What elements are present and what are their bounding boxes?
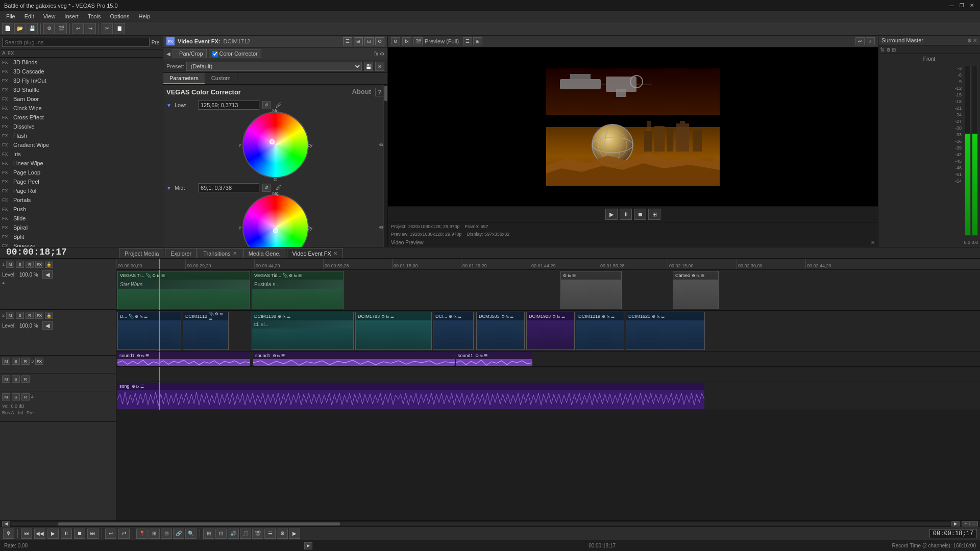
list-item[interactable]: FXPage Peel xyxy=(0,177,163,186)
video-clip-11[interactable]: DCIM1923 ⚙ fx ☰ xyxy=(526,312,575,350)
list-item[interactable]: FXSpiral xyxy=(0,223,163,232)
tr-btn-8[interactable]: ▶ xyxy=(289,529,300,539)
preview-play-button[interactable]: ▶ xyxy=(605,209,618,220)
low-toggle[interactable]: ▼ xyxy=(166,103,172,108)
song-arm[interactable]: R xyxy=(21,393,30,400)
video-clip-6[interactable]: DCIM1112 📎 ⚙ fx ☰ xyxy=(183,312,229,350)
list-item[interactable]: FXLinear Wipe xyxy=(0,159,163,168)
audio-1-mute[interactable]: M xyxy=(2,358,10,365)
list-item[interactable]: FXSplit xyxy=(0,232,163,241)
nav-back-arrow[interactable]: ◀ xyxy=(166,51,170,57)
track-2-fx[interactable]: FX xyxy=(35,312,43,319)
view-large-button[interactable]: ⊡ xyxy=(364,37,374,45)
tab-transitions-close[interactable]: ✕ xyxy=(233,251,237,256)
settings-icon[interactable]: ⚙ xyxy=(380,51,384,57)
menu-insert[interactable]: Insert xyxy=(60,12,83,20)
preview-loop-ctrl-button[interactable]: ⊞ xyxy=(648,209,660,220)
video-clip-12[interactable]: DCIM1219 ⚙ fx ☰ xyxy=(576,312,624,350)
audio-1-arm[interactable]: R xyxy=(21,358,30,365)
track-2-mute[interactable]: M xyxy=(6,312,14,319)
tab-media-gen[interactable]: Media Gene. xyxy=(243,248,286,258)
undo-button[interactable]: ↩ xyxy=(72,23,84,34)
video-clip-7[interactable]: DCIM1138 ⚙ fx ☰ Cl. Bl... xyxy=(252,312,354,350)
preset-save-button[interactable]: 💾 xyxy=(364,62,373,71)
audio-clip-1[interactable]: sound1 ⚙ fx ☰ xyxy=(117,352,250,366)
video-preview-close[interactable]: ✕ xyxy=(871,240,875,245)
track-2-level-btn[interactable]: ◀ xyxy=(42,321,53,330)
surround-settings[interactable]: ⚙ xyxy=(967,38,972,43)
fx-settings-button[interactable]: ⚙ xyxy=(375,37,384,45)
render-button[interactable]: 🎬 xyxy=(56,23,67,34)
copy-button[interactable]: 📋 xyxy=(114,23,125,34)
list-item[interactable]: FX3D Cascade xyxy=(0,67,163,76)
low-color-wheel[interactable] xyxy=(242,112,309,178)
zoom-in-button[interactable]: + xyxy=(962,521,970,527)
audio-1-fx[interactable]: FX xyxy=(35,358,43,365)
song-solo[interactable]: S xyxy=(12,393,20,400)
menu-help[interactable]: Help xyxy=(134,12,154,20)
tr-btn-5[interactable]: 🎬 xyxy=(252,529,263,539)
preview-view-1[interactable]: ☰ xyxy=(463,37,472,45)
color-corrector-item[interactable]: Color Corrector xyxy=(209,49,261,58)
tab-video-event-fx[interactable]: Video Event FX ✕ xyxy=(287,248,343,258)
save-button[interactable]: 💾 xyxy=(27,23,38,34)
preview-render-button[interactable]: 🎬 xyxy=(413,37,423,45)
mid-toggle[interactable]: ▼ xyxy=(166,185,172,191)
list-item[interactable]: FXClock Wipe xyxy=(0,104,163,113)
track-1-fx[interactable]: FX xyxy=(35,261,43,268)
scroll-right-button[interactable]: ▶ xyxy=(951,521,960,527)
video-clip-10[interactable]: DCM3583 ⚙ fx ☰ xyxy=(476,312,525,350)
menu-view[interactable]: View xyxy=(39,12,60,20)
tr-btn-4[interactable]: 🎵 xyxy=(240,529,251,539)
list-item[interactable]: FXGradient Wipe xyxy=(0,140,163,149)
video-clip-4[interactable]: Cameo ⚙ fx ☰ xyxy=(673,271,719,309)
video-clip-5[interactable]: D... 📎 ⚙ fx ☰ xyxy=(117,312,181,350)
loop-button[interactable]: ↩ xyxy=(105,529,116,539)
redo-button[interactable]: ↪ xyxy=(85,23,96,34)
list-item[interactable]: FXSlide xyxy=(0,214,163,223)
list-item[interactable]: FXPage Roll xyxy=(0,186,163,195)
go-end-button[interactable]: ⏭ xyxy=(87,529,99,539)
track-1-mute[interactable]: M xyxy=(6,261,14,268)
preset-close-button[interactable]: ✕ xyxy=(375,62,384,71)
low-reset-button[interactable]: ↺ xyxy=(262,101,271,109)
tr-btn-6[interactable]: ☰ xyxy=(264,529,276,539)
playhead[interactable] xyxy=(159,259,160,269)
tr-btn-1[interactable]: ⊞ xyxy=(203,529,214,539)
preview-fx-button[interactable]: fx xyxy=(402,37,411,45)
video-clip-3[interactable]: ⚙ fx ☰ xyxy=(560,271,622,309)
list-item[interactable]: FXDissolve xyxy=(0,122,163,131)
song-clip[interactable]: song ⚙ fx ☰ xyxy=(117,383,704,409)
preview-pause-button[interactable]: ⏸ xyxy=(620,209,632,220)
surround-close[interactable]: ✕ xyxy=(973,38,977,43)
play-back-button[interactable]: ◀◀ xyxy=(34,529,45,539)
tr-btn-7[interactable]: ⚙ xyxy=(277,529,288,539)
go-start-button[interactable]: ⏮ xyxy=(21,529,32,539)
list-item[interactable]: FXIris xyxy=(0,149,163,159)
tr-btn-2[interactable]: ⊡ xyxy=(215,529,227,539)
menu-edit[interactable]: Edit xyxy=(20,12,38,20)
pause-button[interactable]: ⏸ xyxy=(61,529,72,539)
list-item[interactable]: FXBarn Door xyxy=(0,94,163,104)
track-1-arm[interactable]: R xyxy=(26,261,34,268)
scroll-track[interactable] xyxy=(11,522,950,525)
mid-wheel-cursor[interactable] xyxy=(273,228,278,233)
list-item[interactable]: FXCross Effect xyxy=(0,113,163,122)
magnify-button[interactable]: 🔍 xyxy=(185,529,197,539)
play-button[interactable]: ▶ xyxy=(47,529,59,539)
preset-select[interactable]: (Default) xyxy=(186,62,362,71)
list-item[interactable]: FXPush xyxy=(0,205,163,214)
scroll-left-button[interactable]: ◀ xyxy=(2,521,10,527)
restore-button[interactable]: ❐ xyxy=(958,2,966,10)
loop2-button[interactable]: ⇄ xyxy=(118,529,130,539)
minimize-button[interactable]: — xyxy=(947,2,955,10)
preview-audio-button[interactable]: ♪ xyxy=(866,37,875,45)
video-clip-13[interactable]: DCIM1621 ⚙ fx ☰ xyxy=(626,312,705,350)
audio-2-mute[interactable]: M xyxy=(2,375,10,383)
tab-custom[interactable]: Custom xyxy=(205,73,237,84)
song-mute[interactable]: M xyxy=(2,393,10,400)
video-clip-1[interactable]: VEGAS Ti... 📎 ⚙ fx ☰ Star Wars xyxy=(117,271,250,309)
track-2-lock[interactable]: 🔒 xyxy=(45,312,53,319)
tab-explorer[interactable]: Explorer xyxy=(165,248,197,258)
mid-color-wheel[interactable] xyxy=(242,194,309,247)
